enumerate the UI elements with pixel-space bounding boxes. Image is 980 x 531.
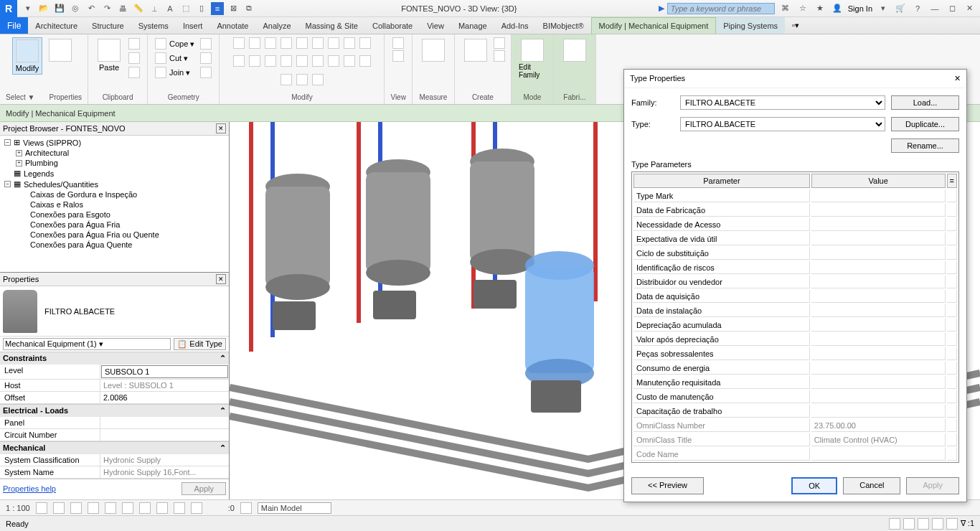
mod-c[interactable] — [344, 55, 355, 67]
family-select[interactable]: FILTRO ALBACETE — [680, 95, 885, 110]
param-row[interactable]: Expectativa de vida útil — [633, 232, 957, 245]
crop-region-icon[interactable] — [139, 502, 151, 514]
rename-button[interactable]: Rename... — [891, 138, 959, 153]
view-b[interactable] — [392, 50, 404, 62]
param-row[interactable]: Peças sobressalentes — [633, 347, 957, 360]
sync-icon[interactable]: ◎ — [69, 2, 82, 15]
tab-architecture[interactable]: Architecture — [28, 17, 85, 34]
tab-systems[interactable]: Systems — [131, 17, 176, 34]
tree-item[interactable]: Caixas de Gordura e Inspeção — [1, 189, 227, 199]
panel-label-select[interactable]: Select ▼ — [6, 92, 34, 103]
detail-level-icon[interactable] — [36, 502, 47, 514]
mod-e[interactable] — [281, 74, 292, 85]
signin-dropdown-icon[interactable]: ▾ — [877, 2, 890, 15]
mod-g[interactable] — [312, 74, 324, 85]
tree-item[interactable]: Caixas e Ralos — [1, 199, 227, 210]
drag-elements-icon[interactable] — [946, 518, 958, 530]
mod-a[interactable] — [312, 55, 324, 67]
param-row[interactable]: Manutenção requisitada — [633, 376, 957, 389]
param-row[interactable]: Valor após depreciação — [633, 333, 957, 346]
unpin-button[interactable] — [265, 55, 276, 67]
tab-insert[interactable]: Insert — [176, 17, 210, 34]
comm-icon[interactable]: ☆ — [796, 2, 809, 15]
editable-only-icon[interactable] — [240, 502, 252, 514]
properties-close-icon[interactable]: ✕ — [216, 274, 226, 284]
param-row[interactable]: Necessidade de Acesso — [633, 218, 957, 231]
select-face-icon[interactable] — [932, 518, 943, 530]
user-icon[interactable]: 👤 — [831, 2, 844, 15]
close-icon[interactable]: ✕ — [963, 2, 976, 15]
group-mechanical[interactable]: Mechanical⌃ — [0, 441, 229, 454]
col-value[interactable]: Value — [811, 174, 946, 188]
tab-manage[interactable]: Manage — [451, 17, 494, 34]
param-row[interactable]: Data de aquisição — [633, 290, 957, 303]
tab-view[interactable]: View — [420, 17, 451, 34]
array-button[interactable] — [359, 37, 371, 49]
param-row[interactable]: Consumo de energia — [633, 362, 957, 375]
cope-button[interactable]: Cope ▾ — [154, 37, 196, 50]
cancel-button[interactable]: Cancel — [843, 477, 900, 494]
param-row[interactable]: OmniClass TitleClimate Control (HVAC) — [633, 433, 957, 446]
visual-style-icon[interactable] — [53, 502, 65, 514]
workset-status[interactable]: :0 — [228, 504, 235, 512]
cut-clipboard-button[interactable] — [127, 37, 141, 50]
delete-button[interactable] — [281, 55, 292, 67]
tree-views[interactable]: −⊞Views (SIPPRO) — [1, 137, 227, 148]
tree-schedules[interactable]: −▦Schedules/Quantities — [1, 179, 227, 189]
tab-analyze[interactable]: Analyze — [255, 17, 298, 34]
cut-button[interactable]: Cut ▾ — [154, 52, 196, 65]
dialog-close-icon[interactable]: ✕ — [954, 74, 961, 83]
param-row[interactable]: Code Name — [633, 448, 957, 461]
pin-button[interactable] — [249, 55, 260, 67]
view-a[interactable] — [392, 37, 404, 49]
mod-b[interactable] — [328, 55, 339, 67]
param-row[interactable]: Capacitação de trabalho — [633, 405, 957, 418]
tree-item[interactable]: Conexões para Esgoto — [1, 210, 227, 220]
signin-link[interactable]: Sign In — [848, 4, 872, 13]
close-hidden-icon[interactable]: ⊠ — [227, 2, 240, 15]
type-selector[interactable]: FILTRO ALBACETE — [0, 286, 229, 337]
cart-icon[interactable]: 🛒 — [894, 2, 907, 15]
join-button[interactable]: Join ▾ — [154, 66, 196, 79]
text-icon[interactable]: A — [164, 2, 176, 15]
apply-button[interactable]: Apply — [906, 477, 959, 494]
tab-annotate[interactable]: Annotate — [209, 17, 255, 34]
preview-button[interactable]: << Preview — [631, 477, 704, 494]
lock-3d-icon[interactable] — [156, 502, 168, 514]
tree-item[interactable]: Conexões para Água Quente — [1, 240, 227, 250]
sun-path-icon[interactable] — [70, 502, 82, 514]
main-model-selector[interactable]: Main Model — [258, 502, 331, 514]
tree-item[interactable]: Conexões para Água Fria — [1, 220, 227, 230]
circuit-input[interactable] — [100, 429, 229, 441]
mod-f[interactable] — [296, 74, 308, 85]
mod-d[interactable] — [359, 55, 371, 67]
edit-family-button[interactable]: Edit Family — [517, 37, 547, 80]
select-pinned-icon[interactable] — [918, 518, 929, 530]
rotate-button[interactable] — [265, 37, 276, 49]
param-row[interactable]: Type Mark — [633, 189, 957, 202]
align-button[interactable] — [312, 37, 324, 49]
geom-b-button[interactable] — [199, 52, 213, 65]
col-eq[interactable]: = — [947, 174, 957, 188]
col-parameter[interactable]: Parameter — [633, 174, 810, 188]
group-electrical[interactable]: Electrical - Loads⌃ — [0, 404, 229, 417]
param-row[interactable]: Depreciação acumulada — [633, 319, 957, 332]
level-input[interactable]: SUBSOLO 1 — [101, 365, 228, 378]
tab-modify-contextual[interactable]: Modify | Mechanical Equipment — [591, 17, 717, 34]
param-row[interactable]: Distribuidor ou vendedor — [633, 276, 957, 288]
param-row[interactable]: Custo de manutenção — [633, 390, 957, 403]
select-underlay-icon[interactable] — [903, 518, 915, 530]
param-row[interactable]: Identificação de riscos — [633, 261, 957, 274]
properties-help-link[interactable]: Properties help — [3, 484, 56, 493]
keys-icon[interactable]: ⌘ — [779, 2, 792, 15]
open-icon[interactable]: 📂 — [37, 2, 50, 15]
undo-icon[interactable]: ↶ — [85, 2, 98, 15]
filter-count[interactable]: ∇ :1 — [961, 519, 974, 528]
dialog-titlebar[interactable]: Type Properties ✕ — [624, 70, 966, 88]
copy-clipboard-button[interactable] — [127, 52, 141, 65]
duplicate-button[interactable]: Duplicate... — [891, 117, 959, 131]
help-icon[interactable]: ? — [911, 2, 924, 15]
ribbon-collapse-icon[interactable]: ▫▾ — [792, 17, 799, 34]
param-row[interactable]: Ciclo de substituição — [633, 247, 957, 260]
trim-button[interactable] — [281, 37, 292, 49]
